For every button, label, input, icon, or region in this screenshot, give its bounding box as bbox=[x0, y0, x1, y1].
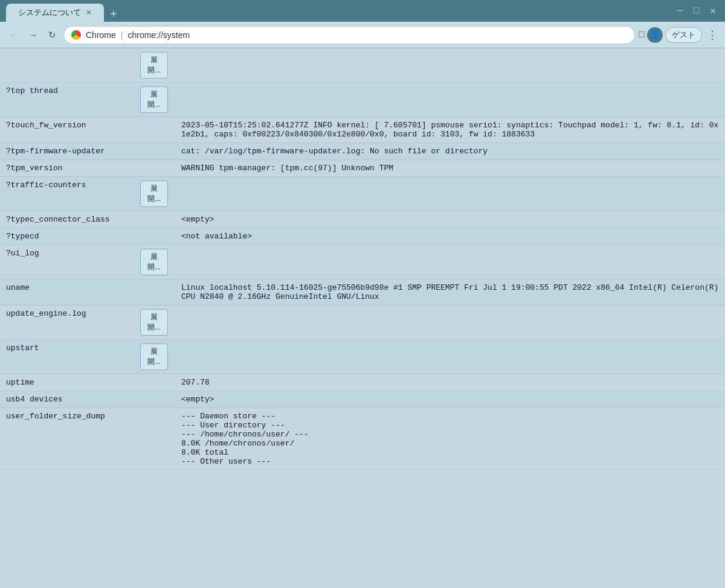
title-bar: システムについて ✕ + — □ ✕ bbox=[0, 0, 725, 22]
table-row: ?ui_log展 開... bbox=[0, 245, 725, 280]
reload-button[interactable]: ↻ bbox=[45, 27, 60, 43]
value-cell bbox=[175, 83, 725, 117]
value-cell: --- Daemon store ------ User directory -… bbox=[175, 408, 725, 470]
nav-bar: ← → ↻ Chrome | chrome://system □ 👤 ゲスト ⋮ bbox=[0, 22, 725, 48]
key-cell: ?tpm_version bbox=[0, 160, 133, 177]
menu-button[interactable]: ⋮ bbox=[704, 27, 720, 43]
table-row: ?touch_fw_version2023-05-10T15:25:02.641… bbox=[0, 117, 725, 143]
value-cell: 207.78 bbox=[175, 374, 725, 391]
value-cell bbox=[175, 305, 725, 340]
tab-close-icon[interactable]: ✕ bbox=[86, 8, 92, 17]
system-info-table: 展 開...?top thread展 開...?touch_fw_version… bbox=[0, 48, 725, 470]
value-cell: cat: /var/log/tpm-firmware-updater.log: … bbox=[175, 143, 725, 160]
expand-cell bbox=[133, 117, 175, 143]
key-cell: ?tpm-firmware-updater bbox=[0, 143, 133, 160]
table-row: uptime207.78 bbox=[0, 374, 725, 391]
expand-cell: 展 開... bbox=[133, 340, 175, 374]
value-cell: 2023-05-10T15:25:02.641277Z INFO kernel:… bbox=[175, 117, 725, 143]
tab-area: システムについて ✕ + bbox=[6, 0, 123, 22]
value-cell: <not available> bbox=[175, 228, 725, 245]
table-row: ?typec_connector_class<empty> bbox=[0, 211, 725, 228]
key-cell: ?typec_connector_class bbox=[0, 211, 133, 228]
expand-cell bbox=[133, 374, 175, 391]
key-cell: uptime bbox=[0, 374, 133, 391]
value-cell: WARNING tpm-manager: [tpm.cc(97)] Unknow… bbox=[175, 160, 725, 177]
address-bar[interactable]: Chrome | chrome://system bbox=[63, 26, 635, 44]
expand-button[interactable]: 展 開... bbox=[140, 344, 168, 370]
table-row: ?tpm_versionWARNING tpm-manager: [tpm.cc… bbox=[0, 160, 725, 177]
table-row: ?traffic-counters展 開... bbox=[0, 177, 725, 211]
expand-cell bbox=[133, 391, 175, 408]
expand-button[interactable]: 展 開... bbox=[140, 86, 168, 113]
expand-cell bbox=[133, 160, 175, 177]
expand-cell bbox=[133, 280, 175, 305]
expand-button[interactable]: 展 開... bbox=[140, 309, 168, 336]
key-cell: ?typecd bbox=[0, 228, 133, 245]
key-cell: upstart bbox=[0, 340, 133, 374]
table-row: ?top thread展 開... bbox=[0, 83, 725, 117]
forward-button[interactable]: → bbox=[25, 27, 41, 42]
expand-cell: 展 開... bbox=[133, 83, 175, 117]
tab-label: システムについて bbox=[18, 7, 81, 18]
guest-label[interactable]: ゲスト bbox=[665, 27, 702, 43]
key-cell: ?traffic-counters bbox=[0, 177, 133, 211]
window-controls: — □ ✕ bbox=[674, 4, 719, 18]
table-row: update_engine.log展 開... bbox=[0, 305, 725, 340]
expand-cell: 展 開... bbox=[133, 48, 175, 83]
content-area: 展 開...?top thread展 開...?touch_fw_version… bbox=[0, 48, 725, 588]
expand-cell: 展 開... bbox=[133, 177, 175, 211]
minimize-button[interactable]: — bbox=[674, 4, 686, 18]
table-row: upstart展 開... bbox=[0, 340, 725, 374]
value-cell: <empty> bbox=[175, 391, 725, 408]
value-cell bbox=[175, 245, 725, 280]
nav-right: □ 👤 ゲスト ⋮ bbox=[639, 27, 720, 43]
close-button[interactable]: ✕ bbox=[707, 4, 719, 18]
table-row: unameLinux localhost 5.10.114-16025-ge75… bbox=[0, 280, 725, 305]
expand-cell bbox=[133, 228, 175, 245]
window-icon[interactable]: □ bbox=[639, 30, 645, 40]
value-cell bbox=[175, 177, 725, 211]
key-cell: uname bbox=[0, 280, 133, 305]
table-row: usb4 devices<empty> bbox=[0, 391, 725, 408]
expand-cell: 展 開... bbox=[133, 305, 175, 340]
expand-cell bbox=[133, 211, 175, 228]
expand-cell: 展 開... bbox=[133, 245, 175, 280]
expand-button[interactable]: 展 開... bbox=[140, 249, 168, 275]
expand-button[interactable]: 展 開... bbox=[140, 181, 168, 207]
key-cell: update_engine.log bbox=[0, 305, 133, 340]
table-row: user_folder_size_dump--- Daemon store --… bbox=[0, 408, 725, 470]
key-cell bbox=[0, 48, 133, 83]
maximize-button[interactable]: □ bbox=[691, 4, 703, 18]
chrome-label: Chrome bbox=[86, 30, 116, 40]
active-tab[interactable]: システムについて ✕ bbox=[6, 4, 104, 22]
expand-cell bbox=[133, 408, 175, 470]
key-cell: ?ui_log bbox=[0, 245, 133, 280]
table-row: ?tpm-firmware-updatercat: /var/log/tpm-f… bbox=[0, 143, 725, 160]
key-cell: ?top thread bbox=[0, 83, 133, 117]
key-cell: ?touch_fw_version bbox=[0, 117, 133, 143]
key-cell: usb4 devices bbox=[0, 391, 133, 408]
value-cell: Linux localhost 5.10.114-16025-ge75506b9… bbox=[175, 280, 725, 305]
expand-cell bbox=[133, 143, 175, 160]
value-cell: <empty> bbox=[175, 211, 725, 228]
chrome-icon bbox=[71, 30, 81, 40]
value-cell bbox=[175, 340, 725, 374]
url-display: chrome://system bbox=[127, 30, 190, 40]
value-cell bbox=[175, 48, 725, 83]
expand-button[interactable]: 展 開... bbox=[140, 52, 168, 78]
key-cell: user_folder_size_dump bbox=[0, 408, 133, 470]
new-tab-button[interactable]: + bbox=[104, 8, 123, 22]
back-button[interactable]: ← bbox=[5, 27, 21, 42]
table-row: ?typecd<not available> bbox=[0, 228, 725, 245]
profile-button[interactable]: 👤 bbox=[647, 27, 663, 43]
table-row: 展 開... bbox=[0, 48, 725, 83]
